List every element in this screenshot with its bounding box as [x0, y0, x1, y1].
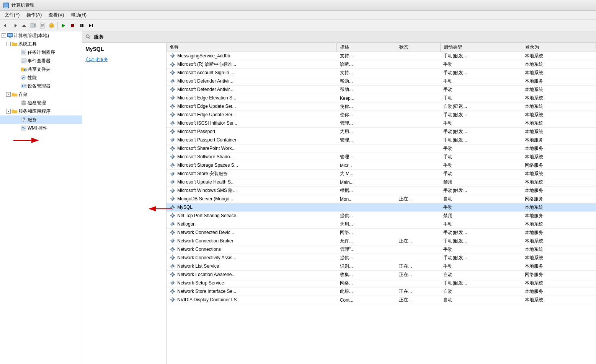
svg-point-51 [172, 55, 173, 57]
stop-button[interactable] [69, 21, 77, 30]
service-startup-cell: 手动(触发... [440, 111, 522, 119]
menu-view[interactable]: 查看(V) [46, 11, 67, 19]
sidebar-task-scheduler[interactable]: 任务计划程序 [0, 48, 82, 57]
table-row[interactable]: Netlogon为用...手动本地系统 [167, 220, 596, 229]
table-row[interactable]: Microsoft Storage Spaces S...Micr...手动网络… [167, 161, 596, 170]
table-row[interactable]: Microsoft (R) 诊断中心标准...诊断...手动本地系统 [167, 60, 596, 69]
show-hide-tree-button[interactable] [29, 21, 38, 30]
sidebar-event-viewer[interactable]: 事件查看器 [0, 57, 82, 65]
svg-point-55 [172, 72, 173, 73]
svg-rect-3 [6, 6, 8, 8]
table-row[interactable]: Network Connections管理"...手动本地系统 [167, 245, 596, 254]
gear-icon [170, 246, 176, 252]
svg-rect-19 [71, 24, 74, 27]
gear-icon [170, 145, 176, 151]
table-row[interactable]: Network List Service识别...正在...手动本地服务 [167, 262, 596, 271]
table-row[interactable]: Microsoft Passport为用...手动(触发...本地系统 [167, 128, 596, 136]
play-button[interactable] [59, 21, 68, 30]
gear-icon [170, 86, 176, 93]
storage-folder-icon [11, 91, 18, 98]
table-row[interactable]: Microsoft Update Health S...Main...禁用本地系… [167, 178, 596, 187]
up-button[interactable] [20, 21, 28, 30]
sidebar-system-tools[interactable]: - 系统工具 [0, 40, 82, 48]
table-row[interactable]: Net.Tcp Port Sharing Service提供...禁用本地服务 [167, 212, 596, 220]
menu-file[interactable]: 文件(F) [2, 11, 23, 19]
service-name-cell: Microsoft Storage Spaces S... [167, 161, 251, 169]
services-table-container[interactable]: 名称 描述 状态 启动类型 登录为 MessagingService_4dd0b… [167, 43, 596, 364]
col-name[interactable]: 名称 [167, 43, 337, 52]
col-status[interactable]: 状态 [396, 43, 440, 52]
back-button[interactable] [2, 21, 10, 30]
sidebar-services[interactable]: 服务 [0, 115, 82, 124]
gear-icon [170, 213, 176, 219]
service-status-cell [396, 153, 440, 161]
table-row[interactable]: Microsoft Defender Antivir...帮助...手动本地服务 [167, 77, 596, 86]
service-status-cell [396, 161, 440, 170]
table-row[interactable]: Microsoft Edge Update Ser...使你...手动(触发..… [167, 111, 596, 119]
svg-point-65 [172, 114, 173, 115]
table-row[interactable]: MongoDB Server (Mongo...Mon...正在...自动网络服… [167, 195, 596, 203]
table-row[interactable]: Network Location Awarene...收集...正在...自动网… [167, 271, 596, 279]
help-button[interactable]: ? [47, 21, 56, 30]
service-startup-cell: 手动 [440, 262, 522, 271]
service-name-cell: Microsoft Update Health S... [167, 178, 251, 186]
gear-icon [170, 53, 176, 59]
sidebar-services-apps[interactable]: - 服务和应用程序 [0, 107, 82, 115]
table-row[interactable]: Network Connection Broker允许...正在...手动(触发… [167, 237, 596, 245]
table-row[interactable]: Microsoft Store 安装服务为 M...手动本地系统 [167, 170, 596, 178]
menu-help[interactable]: 帮助(H) [68, 11, 90, 19]
sidebar-wmi[interactable]: WMI 控件 [0, 124, 82, 132]
service-desc-cell: 管理... [337, 119, 396, 128]
col-startup[interactable]: 启动类型 [440, 43, 522, 52]
start-service-link[interactable]: 启动此服务 [85, 57, 108, 62]
root-expand[interactable]: - [2, 33, 6, 38]
table-row[interactable]: Network Store Interface Se...此服...正在...自… [167, 288, 596, 296]
step-button[interactable] [87, 21, 95, 30]
properties-button[interactable] [38, 21, 47, 30]
table-row[interactable]: NVIDIA Display Container LSCont...正在...自… [167, 296, 596, 304]
service-logon-cell: 本地服务 [522, 187, 596, 195]
table-row[interactable]: Microsoft Account Sign-in ...支持...手动(触发.… [167, 69, 596, 77]
system-tools-expand[interactable]: - [6, 42, 11, 46]
col-logon[interactable]: 登录为 [522, 43, 596, 52]
sidebar-shared-folder[interactable]: 共享文件夹 [0, 65, 82, 73]
service-name-cell: Microsoft Passport [167, 128, 251, 135]
table-row[interactable]: Microsoft Windows SMS 路...根据...手动(触发...本… [167, 187, 596, 195]
table-row[interactable]: Microsoft Passport Container管理...手动(触发..… [167, 136, 596, 145]
service-startup-cell: 自动 [440, 195, 522, 203]
gear-icon [170, 70, 176, 76]
sidebar-storage[interactable]: - 存储 [0, 90, 82, 99]
forward-button[interactable] [11, 21, 19, 30]
svg-rect-20 [80, 24, 82, 27]
sidebar-performance[interactable]: 性能 [0, 73, 82, 82]
col-desc[interactable]: 描述 [337, 43, 396, 52]
sidebar-disk-management[interactable]: 磁盘管理 [0, 99, 82, 107]
svg-rect-39 [24, 85, 26, 86]
table-row[interactable]: Network Setup Service网络...手动(触发...本地系统 [167, 279, 596, 288]
table-row[interactable]: MessagingService_4dd0b支持...手动(触发...本地系统 [167, 52, 596, 60]
table-row[interactable]: Microsoft iSCSI Initiator Ser...管理...手动本… [167, 119, 596, 128]
service-logon-cell: 本地系统 [522, 60, 596, 69]
service-name-text: Microsoft iSCSI Initiator Ser... [177, 120, 237, 126]
svg-point-107 [172, 291, 173, 292]
storage-expand[interactable]: - [6, 92, 11, 97]
table-row[interactable]: Network Connected Devic...网络...手动(触发...本… [167, 229, 596, 237]
sidebar-services-label: 服务 [28, 117, 37, 123]
table-row[interactable]: Microsoft SharePoint Work...手动本地服务 [167, 145, 596, 153]
sidebar-device-manager[interactable]: 设备管理器 [0, 82, 82, 90]
table-row[interactable]: Microsoft Edge Update Ser...使你...自动(延迟..… [167, 102, 596, 111]
table-row[interactable]: Network Connectivity Assis...提供...手动(触发.… [167, 254, 596, 262]
menu-action[interactable]: 操作(A) [23, 11, 45, 19]
service-name-text: Network Setup Service [177, 280, 224, 286]
service-name-text: Microsoft Defender Antivir... [177, 78, 234, 84]
service-name-cell: Network Connected Devic... [167, 229, 251, 236]
pause-button[interactable] [78, 21, 86, 30]
table-row[interactable]: Microsoft Edge Elevation S...Keep...手动本地… [167, 94, 596, 102]
sidebar-root[interactable]: - 计算机管理(本地) [0, 31, 82, 40]
service-name-cell: Microsoft Edge Elevation S... [167, 94, 251, 102]
table-row[interactable]: Microsoft Defender Antivir...帮助...手动本地系统 [167, 86, 596, 94]
table-row[interactable]: Microsoft Software Shado...管理...手动本地系统 [167, 153, 596, 161]
computer-icon [7, 32, 13, 39]
services-apps-expand[interactable]: - [6, 109, 11, 114]
table-row[interactable]: MySQL手动本地系统 [167, 203, 596, 212]
